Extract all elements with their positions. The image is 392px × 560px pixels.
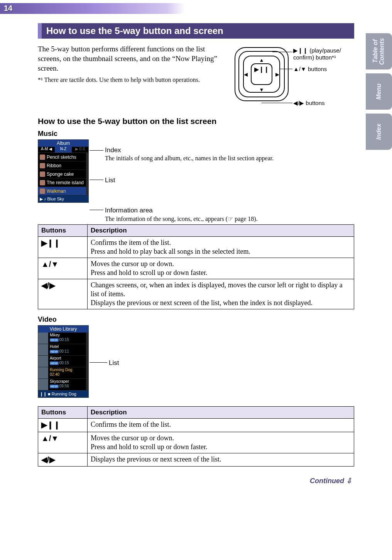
music-info-bar: ▶ ♪ Blue Sky [38,195,88,202]
page-number: 14 [4,4,12,13]
subsection-title: How to use the 5-way button on the list … [38,117,354,126]
list-item: Ribbon [38,161,86,170]
table-row: ▲/▼Moves the cursor up or down.Press and… [38,432,354,453]
video-screen-title: Video Library [38,326,88,333]
table-row: ▶❙❙Confirms the item of the list.Press a… [38,237,354,258]
diagram-label-play: ▶❙❙ (play/pause/ confirm) button*¹ [293,47,354,61]
button-symbol: ▶❙❙ [38,419,88,432]
table-row: ▲/▼Moves the cursor up or down.Press and… [38,258,354,279]
page-number-pill: 14 [0,3,185,14]
list-item: HotelNEW00:11 [38,344,86,356]
music-index-bar: A-M ◀ N-Z ▶ 0-9 [38,147,88,153]
table-header-description: Description [88,407,354,419]
tab-table-of-contents[interactable]: Table of Contents [366,33,392,70]
down-arrow-icon: ▼ [235,87,289,93]
table-row: ◀/▶Changes screens, or, when an index is… [38,279,354,309]
video-info-bar: ❙❙ ■ Running Dog [38,390,88,397]
list-item: MikeyNEW00:15 [38,333,86,344]
label-video-list: List [109,359,119,367]
button-symbol: ◀/▶ [38,279,88,309]
diagram-label-leftright: ◀/▶ buttons [293,100,325,107]
table-header-buttons: Buttons [38,225,88,237]
index-tab-selected: N-Z [55,147,71,153]
button-description: Moves the cursor up or down.Press and ho… [88,432,354,453]
music-screen-title: Album [38,140,88,147]
button-description: Displays the previous or next screen of … [88,453,354,467]
button-symbol: ▶❙❙ [38,237,88,258]
label-index-desc: The initials of song and album, etc., na… [105,155,274,162]
list-item: Pencil sketchs [38,153,86,161]
button-description: Changes screens, or, when an index is di… [88,279,354,309]
music-buttons-table: Buttons Description ▶❙❙Confirms the item… [38,224,354,309]
table-header-description: Description [88,225,354,237]
tab-index[interactable]: Index [366,114,392,150]
list-item: SkyscraperNEW09:56 [38,379,86,390]
label-index: Index [105,146,274,154]
index-tab: A-M ◀ [38,147,55,153]
index-tab: ▶ 0-9 [72,147,88,153]
table-header-buttons: Buttons [38,407,88,419]
music-heading: Music [38,130,354,138]
button-description: Moves the cursor up or down.Press and ho… [88,258,354,279]
table-row: ▶❙❙Confirms the item of the list. [38,419,354,432]
label-info-area: Information area [105,207,258,214]
intro-paragraph: The 5-way button performs different func… [38,44,227,73]
video-buttons-table: Buttons Description ▶❙❙Confirms the item… [38,406,354,467]
right-arrow-icon: ▶ [275,47,279,101]
video-heading: Video [38,316,354,324]
footnote: *¹ There are tactile dots. Use them to h… [38,76,227,84]
button-description: Confirms the item of the list. [88,419,354,432]
music-list-screenshot: Album A-M ◀ N-Z ▶ 0-9 Pencil sketchsRibb… [38,139,89,203]
left-arrow-icon: ◀ [244,47,248,101]
section-title: How to use the 5-way button and screen [38,23,354,39]
list-item: Sponge cake [38,170,86,178]
button-symbol: ▲/▼ [38,258,88,279]
button-symbol: ◀/▶ [38,453,88,467]
continued-indicator: Continued ⇩ [38,477,354,485]
list-item: Running Dog02:40 [38,367,86,379]
label-list: List [105,176,115,184]
label-info-desc: The information of the song, icons, etc.… [105,215,258,222]
button-description: Confirms the item of the list.Press and … [88,237,354,258]
list-item: The remote island [38,178,86,187]
video-list-screenshot: Video Library MikeyNEW00:15HotelNEW00:11… [38,325,89,398]
button-symbol: ▲/▼ [38,432,88,453]
five-way-button-drawing: ▶❙❙ ▲ ▼ ◀ ▶ [235,47,289,101]
play-pause-icon: ▶❙❙ [235,66,289,73]
list-item: AirportNEW00:15 [38,356,86,367]
diagram-label-updown: ▲/▼ buttons [293,66,327,72]
tab-menu[interactable]: Menu [366,73,392,110]
up-arrow-icon: ▲ [235,57,289,63]
list-item: Walkman [38,187,86,195]
five-way-button-diagram: ▶❙❙ ▲ ▼ ◀ ▶ ▶❙❙ (play/pause/ confirm) bu… [235,44,354,110]
table-row: ◀/▶Displays the previous or next screen … [38,453,354,467]
